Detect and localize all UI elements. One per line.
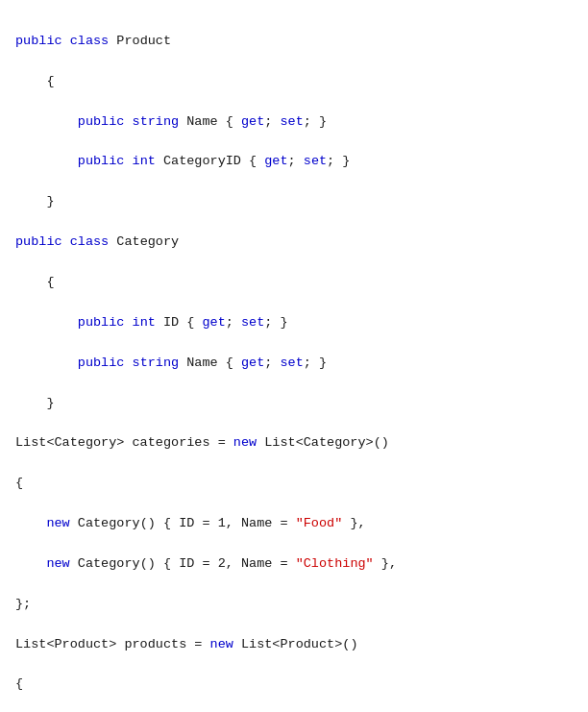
line-6: public class Category (15, 233, 573, 253)
line-8: public int ID { get; set; } (15, 313, 573, 333)
line-11: List<Category> categories = new List<Cat… (15, 433, 573, 454)
line-5: } (15, 192, 573, 212)
line-12: { (15, 474, 573, 494)
line-15: }; (15, 595, 573, 615)
line-9: public string Name { get; set; } (15, 354, 573, 374)
code-container: public class Product { public string Nam… (15, 12, 573, 712)
line-2: { (15, 72, 573, 92)
line-17: { (15, 675, 573, 695)
line-4: public int CategoryID { get; set; } (15, 152, 573, 172)
line-7: { (15, 273, 573, 293)
line-1: public class Product (15, 32, 573, 52)
line-3: public string Name { get; set; } (15, 112, 573, 133)
line-10: } (15, 394, 573, 414)
line-13: new Category() { ID = 1, Name = "Food" }… (15, 514, 573, 534)
line-16: List<Product> products = new List<Produc… (15, 635, 573, 655)
line-14: new Category() { ID = 2, Name = "Clothin… (15, 554, 573, 575)
